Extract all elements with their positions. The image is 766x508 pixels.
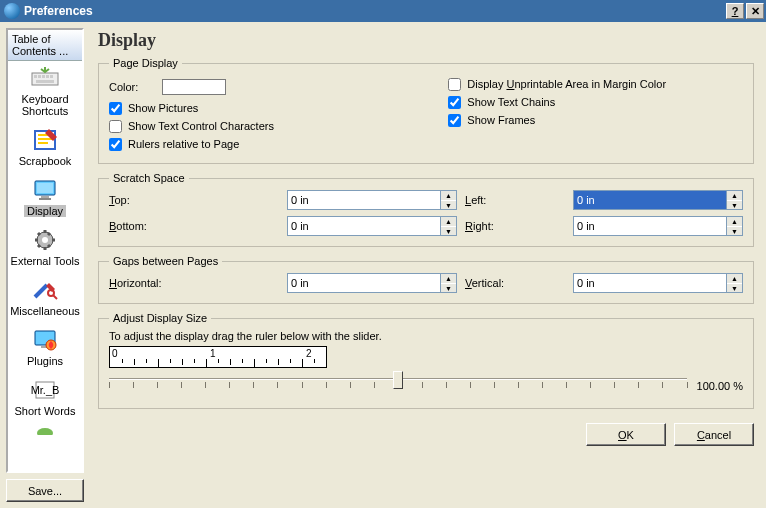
frames-checkbox[interactable]: Show Frames <box>448 111 743 129</box>
rulers-relative-checkbox[interactable]: Rulers relative to Page <box>109 135 418 153</box>
color-label: Color: <box>109 81 138 93</box>
spin-down-icon[interactable]: ▼ <box>727 200 742 209</box>
spin-up-icon[interactable]: ▲ <box>727 191 742 200</box>
top-spinner[interactable]: ▲▼ <box>287 190 457 210</box>
spin-down-icon[interactable]: ▼ <box>441 226 456 235</box>
page-display-group: Page Display Color: Show Pictures Show T… <box>98 57 754 164</box>
left-spinner[interactable]: ▲▼ <box>573 190 743 210</box>
sidebar-item-label: External Tools <box>10 255 80 267</box>
sidebar-item-label: Display <box>24 205 66 217</box>
slider-thumb[interactable] <box>393 371 403 389</box>
sidebar-item-label: Plugins <box>10 355 80 367</box>
ok-button[interactable]: OK <box>586 423 666 446</box>
vertical-label: Vertical: <box>465 277 565 289</box>
sidebar-item-more[interactable] <box>8 423 82 435</box>
display-size-slider[interactable] <box>109 374 687 398</box>
text-chains-checkbox[interactable]: Show Text Chains <box>448 93 743 111</box>
sidebar-item-label: Miscellaneous <box>10 305 80 317</box>
toc-panel: Table of Contents ... Keyboard Shortcuts… <box>6 28 84 473</box>
svg-rect-5 <box>50 75 53 78</box>
scratch-legend: Scratch Space <box>109 172 189 184</box>
color-swatch[interactable] <box>162 79 226 95</box>
svg-rect-3 <box>42 75 45 78</box>
sidebar-item-label: Scrapbook <box>10 155 80 167</box>
svg-rect-4 <box>46 75 49 78</box>
gear-icon <box>29 227 61 253</box>
keyboard-icon <box>29 65 61 91</box>
unprintable-checkbox[interactable]: Display Unprintable Area in Margin Color <box>448 75 743 93</box>
gaps-legend: Gaps between Pages <box>109 255 222 267</box>
short-words-icon: Mr._B <box>29 377 61 403</box>
bottom-label: Bottom: <box>109 220 279 232</box>
show-text-ctrl-checkbox[interactable]: Show Text Control Characters <box>109 117 418 135</box>
page-display-legend: Page Display <box>109 57 182 69</box>
page-title: Display <box>92 28 760 57</box>
app-icon <box>4 3 20 19</box>
svg-text:Mr._B: Mr._B <box>31 384 60 396</box>
adjust-display-group: Adjust Display Size To adjust the displa… <box>98 312 754 409</box>
sidebar-item-external-tools[interactable]: External Tools <box>8 223 82 273</box>
show-pictures-checkbox[interactable]: Show Pictures <box>109 99 418 117</box>
sidebar-item-keyboard-shortcuts[interactable]: Keyboard Shortcuts <box>8 61 82 123</box>
horizontal-spinner[interactable]: ▲▼ <box>287 273 457 293</box>
spin-up-icon[interactable]: ▲ <box>727 274 742 283</box>
tools-icon <box>29 277 61 303</box>
vertical-spinner[interactable]: ▲▼ <box>573 273 743 293</box>
scratch-space-group: Scratch Space Top: ▲▼ Left: ▲▼ Bottom: ▲… <box>98 172 754 247</box>
spin-up-icon[interactable]: ▲ <box>441 274 456 283</box>
sidebar-item-miscellaneous[interactable]: Miscellaneous <box>8 273 82 323</box>
plugins-icon <box>29 327 61 353</box>
svg-rect-2 <box>38 75 41 78</box>
gaps-group: Gaps between Pages Horizontal: ▲▼ Vertic… <box>98 255 754 304</box>
sidebar-item-scrapbook[interactable]: Scrapbook <box>8 123 82 173</box>
right-spinner[interactable]: ▲▼ <box>573 216 743 236</box>
spin-down-icon[interactable]: ▼ <box>441 200 456 209</box>
spin-down-icon[interactable]: ▼ <box>727 283 742 292</box>
partial-icon <box>29 427 61 435</box>
display-icon <box>29 177 61 203</box>
left-label: Left: <box>465 194 565 206</box>
svg-rect-0 <box>32 73 58 85</box>
right-label: Right: <box>465 220 565 232</box>
svg-point-20 <box>37 428 53 435</box>
cancel-button[interactable]: Cancel <box>674 423 754 446</box>
scrapbook-icon <box>29 127 61 153</box>
svg-point-13 <box>42 237 48 243</box>
sidebar-item-label: Keyboard Shortcuts <box>10 93 80 117</box>
titlebar: Preferences ? ✕ <box>0 0 766 22</box>
close-button[interactable]: ✕ <box>746 3 764 19</box>
sidebar-item-label: Short Words <box>10 405 80 417</box>
percent-label: 100.00 % <box>697 380 743 392</box>
sidebar-item-short-words[interactable]: Mr._B Short Words <box>8 373 82 423</box>
help-button[interactable]: ? <box>726 3 744 19</box>
sidebar-item-display[interactable]: Display <box>8 173 82 223</box>
svg-rect-6 <box>36 80 54 83</box>
window-title: Preferences <box>24 4 724 18</box>
svg-rect-10 <box>41 196 49 198</box>
bottom-spinner[interactable]: ▲▼ <box>287 216 457 236</box>
spin-up-icon[interactable]: ▲ <box>441 217 456 226</box>
adjust-legend: Adjust Display Size <box>109 312 211 324</box>
adjust-hint: To adjust the display drag the ruler bel… <box>109 330 743 342</box>
sidebar-item-plugins[interactable]: Plugins <box>8 323 82 373</box>
ruler[interactable]: 0 1 2 <box>109 346 327 368</box>
spin-up-icon[interactable]: ▲ <box>727 217 742 226</box>
top-label: Top: <box>109 194 279 206</box>
horizontal-label: Horizontal: <box>109 277 279 289</box>
save-button[interactable]: Save... <box>6 479 84 502</box>
spin-up-icon[interactable]: ▲ <box>441 191 456 200</box>
toc-header: Table of Contents ... <box>8 30 82 61</box>
svg-rect-11 <box>39 198 51 200</box>
svg-rect-1 <box>34 75 37 78</box>
svg-rect-9 <box>37 183 53 193</box>
spin-down-icon[interactable]: ▼ <box>727 226 742 235</box>
spin-down-icon[interactable]: ▼ <box>441 283 456 292</box>
